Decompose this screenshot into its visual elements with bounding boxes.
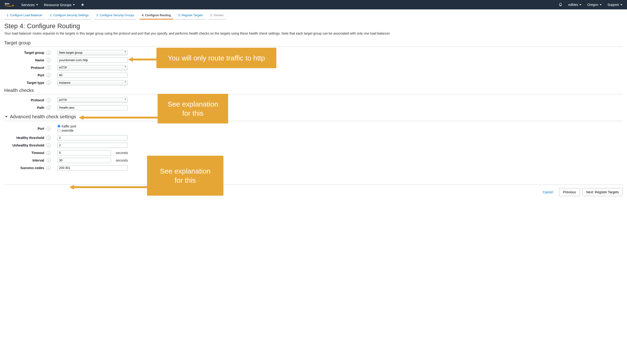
arrow-left-icon xyxy=(128,57,157,62)
caret-down-icon xyxy=(579,4,581,5)
step-3[interactable]: 3. Configure Security Groups xyxy=(94,12,137,19)
caret-down-icon xyxy=(73,4,75,5)
info-icon[interactable]: i xyxy=(47,51,51,55)
caret-down-icon xyxy=(600,4,602,5)
step-5[interactable]: 5. Register Targets xyxy=(176,12,205,19)
interval-input[interactable] xyxy=(57,158,111,163)
label-target-group: Target group xyxy=(4,51,47,54)
label-success-codes: Success codes xyxy=(4,166,47,170)
radio-override-label: override xyxy=(62,129,74,132)
callout-1-text: You will only route traffic to http xyxy=(168,54,265,62)
triangle-down-icon xyxy=(5,116,7,118)
info-icon[interactable]: i xyxy=(47,73,51,77)
unit-seconds: seconds xyxy=(116,158,128,162)
arrow-left-icon xyxy=(79,115,157,120)
nav-region-label: Oregon xyxy=(587,3,598,6)
target-group-select[interactable]: New target group xyxy=(57,50,127,55)
info-icon[interactable]: i xyxy=(47,58,51,62)
arrow-left-icon xyxy=(69,184,147,190)
aws-logo-icon: aws xyxy=(5,2,14,7)
success-codes-input[interactable] xyxy=(57,165,127,170)
label-timeout: Timeout xyxy=(4,151,47,155)
label-target-type: Target type xyxy=(4,81,47,85)
label-healthy-threshold: Healthy threshold xyxy=(4,136,47,140)
aws-logo[interactable]: aws xyxy=(5,2,14,7)
radio-traffic-port-input[interactable] xyxy=(57,125,60,128)
nav-notifications[interactable] xyxy=(559,2,562,7)
next-button[interactable]: Next: Register Targets xyxy=(582,188,623,196)
radio-traffic-port-label: traffic port xyxy=(62,124,76,128)
healthy-threshold-input[interactable] xyxy=(57,135,127,140)
info-icon[interactable]: i xyxy=(47,151,51,155)
callout-1: You will only route traffic to http xyxy=(157,48,276,68)
unhealthy-threshold-input[interactable] xyxy=(57,143,127,148)
unit-seconds: seconds xyxy=(116,151,128,155)
svg-text:aws: aws xyxy=(5,2,9,5)
hc-protocol-select[interactable]: HTTP xyxy=(57,98,127,103)
label-path: Path xyxy=(4,106,47,109)
info-icon[interactable]: i xyxy=(47,98,51,102)
nav-user-label: edMex xyxy=(568,3,578,6)
wizard-steps: 1. Configure Load Balancer 2. Configure … xyxy=(0,9,627,19)
nav-support[interactable]: Support xyxy=(608,3,622,6)
section-health-checks: Health checks xyxy=(4,88,623,94)
advanced-label: Advanced health check settings xyxy=(10,114,76,119)
protocol-select[interactable]: HTTP xyxy=(57,65,127,70)
nav-support-label: Support xyxy=(608,3,619,6)
callout-3-text: See explanation for this xyxy=(160,167,210,184)
nav-resource-groups-label: Resource Groups xyxy=(44,3,72,7)
info-icon[interactable]: i xyxy=(47,136,51,140)
section-target-group: Target group xyxy=(4,40,623,47)
label-hc-protocol: Protocol xyxy=(4,98,47,102)
callout-2: See explanation for this xyxy=(157,94,228,123)
previous-button[interactable]: Previous xyxy=(559,188,580,196)
label-port: Port xyxy=(4,73,47,77)
label-protocol: Protocol xyxy=(4,66,47,70)
bell-icon xyxy=(559,2,562,6)
step-2[interactable]: 2. Configure Security Settings xyxy=(48,12,91,19)
label-hc-port: Port xyxy=(4,127,47,131)
step-4[interactable]: 4. Configure Routing xyxy=(140,12,173,19)
info-icon[interactable]: i xyxy=(47,166,51,170)
info-icon[interactable]: i xyxy=(47,126,51,131)
caret-down-icon xyxy=(621,4,622,5)
info-icon[interactable]: i xyxy=(47,105,51,110)
svg-marker-1 xyxy=(128,57,157,62)
caret-down-icon xyxy=(36,4,38,5)
callout-2-text: See explanation for this xyxy=(167,100,218,117)
radio-override-input[interactable] xyxy=(57,129,60,132)
path-input[interactable] xyxy=(57,105,127,110)
pin-icon xyxy=(81,3,84,6)
nav-resource-groups[interactable]: Resource Groups xyxy=(44,3,75,7)
callout-3: See explanation for this xyxy=(147,156,223,196)
timeout-input[interactable] xyxy=(57,150,111,156)
page-title: Step 4: Configure Routing xyxy=(4,22,623,30)
nav-user[interactable]: edMex xyxy=(568,3,581,6)
cancel-button[interactable]: Cancel xyxy=(539,188,557,196)
label-interval: Interval xyxy=(4,158,47,162)
page-description: Your load balancer routes requests to th… xyxy=(4,31,623,36)
info-icon[interactable]: i xyxy=(47,81,51,85)
info-icon[interactable]: i xyxy=(47,143,51,148)
radio-traffic-port[interactable]: traffic port xyxy=(57,124,76,128)
info-icon[interactable]: i xyxy=(47,158,51,162)
target-type-select[interactable]: instance xyxy=(57,80,127,85)
svg-marker-3 xyxy=(69,185,147,190)
top-nav: aws Services Resource Groups edMex xyxy=(0,0,627,9)
label-unhealthy-threshold: Unhealthy threshold xyxy=(4,144,47,147)
radio-override[interactable]: override xyxy=(57,129,76,132)
label-name: Name xyxy=(4,58,47,62)
step-1[interactable]: 1. Configure Load Balancer xyxy=(4,12,45,19)
port-input[interactable] xyxy=(57,73,127,78)
info-icon[interactable]: i xyxy=(47,66,51,70)
name-input[interactable] xyxy=(57,58,127,63)
nav-region[interactable]: Oregon xyxy=(587,3,602,6)
step-6: 6. Review xyxy=(208,12,226,19)
nav-services-label: Services xyxy=(21,3,35,7)
svg-marker-2 xyxy=(79,115,157,120)
nav-services[interactable]: Services xyxy=(21,3,38,7)
nav-pin[interactable] xyxy=(81,3,84,6)
